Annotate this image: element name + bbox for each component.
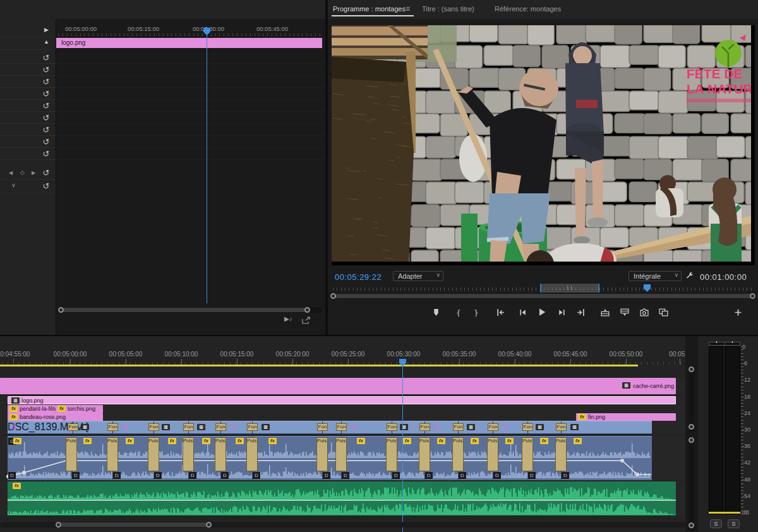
transition-fondu[interactable]: Fon bbox=[148, 423, 159, 431]
timeline-view-toggle-icon[interactable]: ▶ bbox=[44, 27, 49, 33]
settings-wrench-icon[interactable] bbox=[685, 272, 694, 283]
transition-fondu[interactable]: Fon bbox=[107, 423, 118, 431]
transition-puissance-constante[interactable]: Puis bbox=[452, 437, 464, 471]
transition-puissance-constante[interactable]: Puis bbox=[246, 437, 258, 471]
reset-parameter-button[interactable]: ↺ bbox=[39, 168, 53, 178]
audio-track-a2[interactable]: fx bbox=[0, 481, 685, 516]
video-track-v5[interactable]: ▦cache-carré.png bbox=[0, 378, 685, 394]
timeline-hscrollbar[interactable] bbox=[0, 522, 685, 528]
scroll-handle-right[interactable] bbox=[304, 307, 310, 313]
pan-zoom-icon[interactable] bbox=[302, 315, 310, 327]
go-to-in-button[interactable] bbox=[493, 305, 507, 319]
effect-controls-hscrollbar[interactable] bbox=[57, 307, 322, 313]
mark-out-button[interactable]: } bbox=[469, 305, 483, 319]
zoom-select-dropdown[interactable]: Intégrale∨ bbox=[629, 271, 682, 281]
transition-puissance-constante[interactable]: Puis bbox=[148, 437, 159, 471]
tab-reference[interactable]: Référence: montages bbox=[495, 5, 561, 13]
monitor-zoom-region[interactable] bbox=[540, 284, 599, 293]
reset-parameter-button[interactable]: ↺ bbox=[39, 113, 53, 123]
clip-torchispng[interactable]: fxtorchis.png bbox=[56, 405, 103, 413]
export-frame-button[interactable] bbox=[637, 305, 651, 319]
transition-puissance-constante[interactable]: Puis bbox=[335, 437, 347, 471]
clip-dsc-video[interactable]: fxDSC_8139.MOV [▦DSCfxDSC_▦▦fx▦DSC_8139.… bbox=[8, 421, 652, 434]
step-forward-button[interactable] bbox=[555, 305, 568, 319]
clip-dsc-audio[interactable]: PuisDPuisDPuisDPuisDPuisDPuisDPuisDPuisD… bbox=[8, 436, 652, 480]
play-button[interactable] bbox=[535, 305, 549, 319]
audio-tracks-vscrollbar[interactable] bbox=[689, 436, 694, 531]
go-to-out-button[interactable] bbox=[574, 305, 587, 319]
transition-fondu[interactable]: Fon bbox=[68, 423, 78, 431]
reset-parameter-button[interactable]: ↺ bbox=[39, 101, 53, 111]
volume-keyframe[interactable] bbox=[620, 459, 624, 462]
effect-controls-playhead[interactable] bbox=[207, 27, 207, 303]
transition-fondu[interactable]: Fon bbox=[183, 423, 194, 431]
reset-parameter-button[interactable]: ↺ bbox=[39, 125, 53, 135]
tab-programme[interactable]: Programme : montages bbox=[333, 5, 406, 13]
clip-logo[interactable]: ▦logo.png bbox=[8, 396, 676, 404]
mark-in-button[interactable]: { bbox=[451, 305, 465, 319]
panel-menu-icon[interactable]: ≡ bbox=[406, 4, 410, 13]
transition-puissance-constante[interactable]: Puis bbox=[316, 437, 328, 471]
transition-puissance-constante[interactable]: Puis bbox=[522, 437, 533, 471]
transition-puissance-constante[interactable]: Puis bbox=[66, 437, 77, 471]
prev-keyframe-button[interactable]: ◀ bbox=[9, 170, 13, 176]
reset-parameter-button[interactable]: ↺ bbox=[39, 181, 53, 191]
effect-controls-time-ruler[interactable]: 00:05:00:0000:05:15:0000:05:30:0000:05:4… bbox=[56, 25, 325, 37]
effect-controls-timeline-area[interactable] bbox=[56, 19, 325, 335]
transition-fondu[interactable]: Fon bbox=[453, 423, 464, 431]
transition-puissance-constante[interactable]: Puis bbox=[386, 437, 397, 471]
clip-cache-carre[interactable]: ▦cache-carré.png bbox=[0, 378, 676, 394]
reset-parameter-button[interactable]: ↺ bbox=[39, 149, 53, 159]
transition-puissance-constante[interactable]: Puis bbox=[215, 437, 226, 471]
effect-controls-clip-bar[interactable]: logo.png bbox=[56, 38, 322, 48]
reset-parameter-button[interactable]: ↺ bbox=[39, 137, 53, 147]
reset-parameter-button[interactable]: ↺ bbox=[39, 77, 53, 87]
video-tracks-vscrollbar[interactable] bbox=[689, 365, 694, 432]
transition-puissance-constante[interactable]: Puis bbox=[487, 437, 498, 471]
transition-puissance-constante[interactable]: Puis bbox=[555, 437, 567, 471]
value-dropdown-chevron-icon[interactable]: ∨ bbox=[11, 182, 16, 188]
transition-fondu[interactable]: Fon bbox=[317, 423, 328, 431]
lift-button[interactable] bbox=[598, 305, 612, 319]
transition-fondu[interactable]: Fon bbox=[488, 423, 498, 431]
transition-fondu[interactable]: Fon bbox=[247, 423, 258, 431]
step-back-button[interactable] bbox=[515, 305, 529, 319]
solo-button-1[interactable]: S bbox=[710, 519, 722, 528]
transition-fondu[interactable]: Fon bbox=[336, 423, 347, 431]
add-keyframe-button[interactable]: ◇ bbox=[20, 169, 25, 176]
transition-puissance-constante[interactable]: Puis bbox=[183, 437, 194, 471]
comparison-view-button[interactable] bbox=[656, 305, 670, 319]
audio-track-a1[interactable]: PuisDPuisDPuisDPuisDPuisDPuisDPuisDPuisD… bbox=[0, 436, 685, 480]
timeline-playhead[interactable] bbox=[402, 359, 403, 532]
current-timecode[interactable]: 00:05:29:22 bbox=[335, 272, 382, 282]
transition-fondu[interactable]: Fon bbox=[215, 423, 226, 431]
tab-titre[interactable]: Titre : (sans titre) bbox=[422, 5, 474, 13]
solo-button-2[interactable]: S bbox=[728, 519, 740, 528]
video-track-v4[interactable]: ▦logo.png bbox=[0, 396, 685, 404]
reset-parameter-button[interactable]: ↺ bbox=[39, 65, 53, 75]
volume-keyframe[interactable] bbox=[635, 473, 639, 476]
button-editor-button[interactable] bbox=[731, 305, 745, 319]
video-track-v1[interactable]: fxDSC_8139.MOV [▦DSCfxDSC_▦▦fx▦DSC_8139.… bbox=[0, 421, 685, 434]
volume-keyframe[interactable] bbox=[22, 471, 26, 475]
fit-select-dropdown[interactable]: Adapter∨ bbox=[393, 271, 443, 281]
transition-fondu[interactable]: Fon bbox=[522, 423, 533, 431]
transition-puissance-constante[interactable]: Puis bbox=[419, 437, 430, 471]
extract-button[interactable] bbox=[618, 305, 632, 319]
collapse-arrow-icon[interactable]: ▲ bbox=[44, 39, 49, 45]
timeline-ruler[interactable]: 00:04:55:0000:05:00:0000:05:05:0000:05:1… bbox=[0, 349, 685, 366]
monitor-scrollbar[interactable] bbox=[329, 293, 757, 299]
clip-pendantlafte[interactable]: fxpendant-la-fête. bbox=[8, 405, 56, 413]
transition-fondu[interactable]: Fon bbox=[387, 423, 397, 431]
reset-parameter-button[interactable]: ↺ bbox=[39, 89, 53, 99]
reset-parameter-button[interactable]: ↺ bbox=[39, 53, 53, 63]
transition-fondu[interactable]: Fon bbox=[419, 423, 430, 431]
play-audio-only-icon[interactable]: ▶♪ bbox=[284, 315, 292, 322]
clip-music[interactable]: fx bbox=[8, 481, 676, 516]
video-track-v3[interactable]: fxpendant-la-fête.fxtorchis.png bbox=[0, 405, 685, 413]
add-marker-button[interactable] bbox=[429, 305, 443, 319]
transition-fondu[interactable]: Fon bbox=[556, 423, 567, 431]
transition-puissance-constante[interactable]: Puis bbox=[107, 437, 118, 471]
scroll-handle-left[interactable] bbox=[58, 307, 64, 313]
next-keyframe-button[interactable]: ▶ bbox=[32, 170, 35, 176]
